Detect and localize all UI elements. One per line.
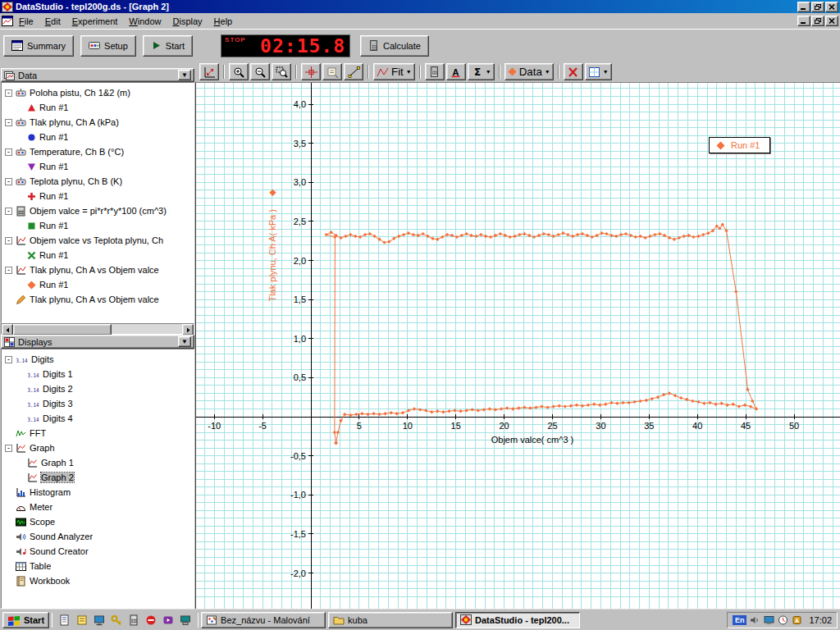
network-icon[interactable] [178, 613, 193, 628]
graph-settings-dropdown[interactable]: ▼ [585, 63, 612, 80]
fit-dropdown[interactable]: Fit▼ [373, 63, 415, 80]
data-item[interactable]: Tlak plynu, Ch A vs Objem valce [2, 292, 194, 307]
displays-panel-icon [4, 337, 15, 347]
scroll-left-button[interactable] [2, 324, 13, 336]
display-child-item[interactable]: Graph 2 [2, 470, 194, 485]
display-item[interactable]: Table [2, 559, 194, 573]
menu-window[interactable]: Window [123, 15, 167, 28]
task-button[interactable]: DataStudio - tepl200... [455, 612, 580, 628]
scale-to-fit-button[interactable] [199, 63, 219, 80]
restore-button[interactable] [811, 2, 824, 12]
desktop-icon[interactable] [92, 613, 107, 628]
annotation-tool-button[interactable] [322, 63, 342, 80]
child-minimize-button[interactable] [797, 16, 810, 26]
language-indicator[interactable]: En [733, 615, 747, 625]
text-annotation-button[interactable]: A [446, 63, 466, 80]
zoom-select-button[interactable] [272, 63, 291, 80]
media-icon[interactable] [161, 613, 176, 628]
expand-toggle[interactable]: - [5, 237, 12, 244]
displays-panel-dropdown-button[interactable]: ▼ [178, 336, 191, 347]
stop-sign-icon[interactable] [144, 613, 158, 628]
data-dropdown[interactable]: Data▼ [504, 63, 554, 80]
notes-icon[interactable] [75, 613, 89, 628]
statistics-dropdown[interactable]: Σ▼ [468, 63, 495, 80]
y-axis-title[interactable]: Tlak plynu, Ch A( kPa ) ◆ [267, 188, 277, 302]
zoom-in-button[interactable] [229, 63, 249, 80]
graph-plot[interactable]: -10-551015202530354045504,03,53,02,52,01… [196, 83, 840, 609]
display-child-item[interactable]: 3.14Digits 3 [2, 396, 194, 411]
display-item[interactable]: -Graph [2, 441, 194, 455]
scrollbar-thumb[interactable] [13, 324, 112, 336]
calculate-button[interactable]: Calculate [360, 35, 429, 57]
run-item[interactable]: Run #1 [2, 130, 194, 144]
expand-toggle[interactable]: - [5, 89, 12, 97]
run-item[interactable]: Run #1 [2, 277, 194, 292]
minimize-button[interactable] [797, 2, 810, 12]
zoom-out-button[interactable] [250, 63, 270, 80]
displays-panel-header[interactable]: Displays ▼ [1, 335, 194, 349]
child-restore-button[interactable] [811, 16, 824, 26]
run-item[interactable]: Run #1 [2, 218, 194, 233]
data-panel-header[interactable]: Data ▼ [1, 68, 194, 82]
expand-toggle[interactable]: - [5, 208, 12, 215]
task-button[interactable]: kuba [328, 612, 453, 628]
graph-area[interactable]: -10-551015202530354045504,03,53,02,52,01… [195, 82, 840, 609]
start-button[interactable]: Start [143, 35, 193, 57]
display-item[interactable]: FFT [2, 426, 194, 441]
slope-tool-button[interactable] [344, 63, 363, 80]
start-menu-button[interactable]: Start [2, 612, 49, 628]
menu-display[interactable]: Display [167, 15, 208, 28]
data-item[interactable]: -Teplota plynu, Ch B (K) [2, 174, 194, 189]
display-item[interactable]: Meter [2, 500, 194, 514]
run-item[interactable]: Run #1 [2, 248, 194, 262]
smart-tool-button[interactable] [301, 63, 321, 80]
data-item[interactable]: -Tlak plynu, Ch A (kPa) [2, 115, 194, 130]
calculator-button[interactable] [425, 63, 445, 80]
run-item[interactable]: Run #1 [2, 159, 194, 174]
menu-edit[interactable]: Edit [39, 15, 66, 28]
legend[interactable]: Run #1 [709, 137, 770, 153]
scheduler-icon[interactable] [778, 615, 788, 625]
display-item[interactable]: -3.14Digits [2, 352, 194, 367]
run-item[interactable]: Run #1 [2, 100, 194, 115]
key-icon[interactable] [109, 613, 124, 628]
display-item[interactable]: Sound Analyzer [2, 529, 194, 544]
document-icon[interactable] [57, 613, 72, 628]
data-item[interactable]: -Tlak plynu, Ch A vs Objem valce [2, 262, 194, 277]
expand-toggle[interactable]: - [5, 267, 12, 274]
expand-toggle[interactable]: - [5, 178, 12, 185]
display-child-item[interactable]: 3.14Digits 1 [2, 367, 194, 381]
menu-help[interactable]: Help [208, 15, 239, 28]
remove-button[interactable] [564, 63, 583, 80]
data-item[interactable]: -Objem valce vs Teplota plynu, Ch [2, 233, 194, 248]
display-item[interactable]: Scope [2, 514, 194, 529]
expand-toggle[interactable]: - [5, 356, 12, 363]
display-item[interactable]: Workbook [2, 573, 194, 588]
volume-icon[interactable] [750, 615, 760, 625]
child-close-button[interactable] [825, 16, 838, 26]
x-axis-title[interactable]: Objem valce( cm^3 ) [467, 435, 598, 445]
menu-file[interactable]: File [13, 15, 39, 28]
display-child-item[interactable]: 3.14Digits 4 [2, 411, 194, 426]
antivirus-icon[interactable]: A [792, 615, 802, 625]
calculator-small-icon[interactable] [126, 613, 141, 628]
run-item[interactable]: Run #1 [2, 189, 194, 203]
expand-toggle[interactable]: - [5, 445, 12, 452]
summary-button[interactable]: Summary [3, 35, 74, 57]
data-panel-dropdown-button[interactable]: ▼ [178, 70, 191, 80]
menu-experiment[interactable]: Experiment [66, 15, 124, 28]
scroll-right-button[interactable] [182, 324, 194, 336]
expand-toggle[interactable]: - [5, 148, 12, 156]
data-item[interactable]: -Objem valce = pi*r*r*y*100 (cm^3) [2, 203, 194, 218]
data-item[interactable]: -Poloha pistu, Ch 1&2 (m) [2, 85, 194, 100]
close-button[interactable] [825, 2, 838, 12]
display-item[interactable]: Sound Creator [2, 544, 194, 559]
setup-button[interactable]: Setup [80, 35, 136, 57]
task-button[interactable]: Bez_názvu - Malování [201, 612, 326, 628]
display-child-item[interactable]: Graph 1 [2, 455, 194, 470]
display-child-item[interactable]: 3.14Digits 2 [2, 381, 194, 396]
expand-toggle[interactable]: - [5, 119, 12, 126]
display-icon[interactable] [764, 615, 774, 625]
data-item[interactable]: -Temperature, Ch B (°C) [2, 144, 194, 159]
display-item[interactable]: Histogram [2, 485, 194, 500]
